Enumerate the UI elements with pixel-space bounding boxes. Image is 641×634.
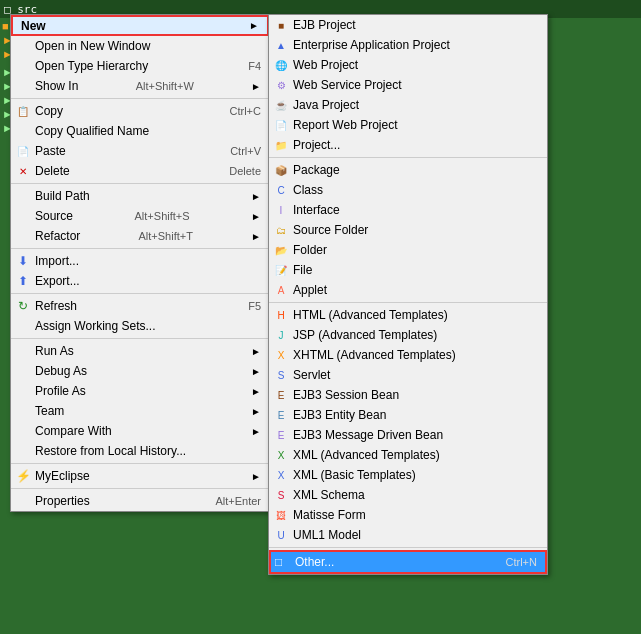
xhtml-advanced-icon: X — [273, 347, 289, 363]
xml-advanced-label: XML (Advanced Templates) — [293, 448, 440, 462]
file-label: File — [293, 263, 312, 277]
submenu-item-jsp-advanced[interactable]: J JSP (Advanced Templates) — [269, 325, 547, 345]
menu-item-build-path[interactable]: Build Path ► — [11, 186, 269, 206]
menu-item-open-type-hierarchy[interactable]: Open Type Hierarchy F4 — [11, 56, 269, 76]
submenu-item-enterprise-app[interactable]: ▲ Enterprise Application Project — [269, 35, 547, 55]
ejb3-session-label: EJB3 Session Bean — [293, 388, 399, 402]
submenu-item-ejb3-entity[interactable]: E EJB3 Entity Bean — [269, 405, 547, 425]
compare-with-label: Compare With — [35, 424, 112, 438]
submenu-item-xml-schema[interactable]: S XML Schema — [269, 485, 547, 505]
submenu-item-matisse-form[interactable]: 🖼 Matisse Form — [269, 505, 547, 525]
submenu-item-uml1-model[interactable]: U UML1 Model — [269, 525, 547, 545]
enterprise-app-icon: ▲ — [273, 37, 289, 53]
submenu-item-xhtml-advanced[interactable]: X XHTML (Advanced Templates) — [269, 345, 547, 365]
submenu-item-ejb3-session[interactable]: E EJB3 Session Bean — [269, 385, 547, 405]
submenu-item-applet[interactable]: A Applet — [269, 280, 547, 300]
submenu-item-ejb-project[interactable]: ■ EJB Project — [269, 15, 547, 35]
open-new-window-label: Open in New Window — [35, 39, 150, 53]
new-submenu: ■ EJB Project ▲ Enterprise Application P… — [268, 14, 548, 575]
java-project-icon: ☕ — [273, 97, 289, 113]
project-label: Project... — [293, 138, 340, 152]
jsp-advanced-label: JSP (Advanced Templates) — [293, 328, 437, 342]
menu-item-copy[interactable]: 📋 Copy Ctrl+C — [11, 101, 269, 121]
ejb3-message-icon: E — [273, 427, 289, 443]
other-label: Other... — [295, 555, 334, 569]
package-label: Package — [293, 163, 340, 177]
team-label: Team — [35, 404, 64, 418]
submenu-item-project[interactable]: 📁 Project... — [269, 135, 547, 155]
class-label: Class — [293, 183, 323, 197]
java-project-label: Java Project — [293, 98, 359, 112]
submenu-item-other[interactable]: □ Other... Ctrl+N — [269, 550, 547, 574]
submenu-item-ejb3-message[interactable]: E EJB3 Message Driven Bean — [269, 425, 547, 445]
menu-item-delete[interactable]: ✕ Delete Delete — [11, 161, 269, 181]
submenu-item-web-service-project[interactable]: ⚙ Web Service Project — [269, 75, 547, 95]
menu-item-import[interactable]: ⬇ Import... — [11, 251, 269, 271]
build-path-arrow: ► — [251, 191, 261, 202]
refresh-shortcut: F5 — [248, 300, 261, 312]
submenu-item-web-project[interactable]: 🌐 Web Project — [269, 55, 547, 75]
source-folder-label: Source Folder — [293, 223, 368, 237]
refactor-shortcut: Alt+Shift+T — [139, 230, 193, 242]
show-in-shortcut: Alt+Shift+W — [136, 80, 194, 92]
menu-item-team[interactable]: Team ► — [11, 401, 269, 421]
submenu-item-xml-advanced[interactable]: X XML (Advanced Templates) — [269, 445, 547, 465]
menu-item-refresh[interactable]: ↻ Refresh F5 — [11, 296, 269, 316]
show-in-label: Show In — [35, 79, 78, 93]
menu-item-compare-with[interactable]: Compare With ► — [11, 421, 269, 441]
profile-as-arrow: ► — [251, 386, 261, 397]
menu-item-assign-working-sets[interactable]: Assign Working Sets... — [11, 316, 269, 336]
team-arrow: ► — [251, 406, 261, 417]
menu-item-export[interactable]: ⬆ Export... — [11, 271, 269, 291]
file-icon: 📝 — [273, 262, 289, 278]
web-project-label: Web Project — [293, 58, 358, 72]
submenu-item-report-web-project[interactable]: 📄 Report Web Project — [269, 115, 547, 135]
submenu-item-class[interactable]: C Class — [269, 180, 547, 200]
interface-label: Interface — [293, 203, 340, 217]
submenu-item-interface[interactable]: I Interface — [269, 200, 547, 220]
menu-item-myeclipse[interactable]: ⚡ MyEclipse ► — [11, 466, 269, 486]
enterprise-app-label: Enterprise Application Project — [293, 38, 450, 52]
servlet-label: Servlet — [293, 368, 330, 382]
delete-label: Delete — [35, 164, 70, 178]
submenu-item-xml-basic[interactable]: X XML (Basic Templates) — [269, 465, 547, 485]
submenu-item-java-project[interactable]: ☕ Java Project — [269, 95, 547, 115]
menu-item-profile-as[interactable]: Profile As ► — [11, 381, 269, 401]
menu-item-run-as[interactable]: Run As ► — [11, 341, 269, 361]
refactor-arrow: ► — [251, 231, 261, 242]
assign-working-sets-label: Assign Working Sets... — [35, 319, 156, 333]
menu-item-source[interactable]: Source Alt+Shift+S ► — [11, 206, 269, 226]
refresh-icon: ↻ — [15, 298, 31, 314]
menu-item-open-new-window[interactable]: Open in New Window — [11, 36, 269, 56]
menu-item-restore-from-local-history[interactable]: Restore from Local History... — [11, 441, 269, 461]
menu-item-new[interactable]: ► New — [11, 15, 269, 36]
show-in-arrow: ► — [251, 81, 261, 92]
source-label: Source — [35, 209, 73, 223]
uml1-model-icon: U — [273, 527, 289, 543]
web-project-icon: 🌐 — [273, 57, 289, 73]
xhtml-advanced-label: XHTML (Advanced Templates) — [293, 348, 456, 362]
xml-schema-icon: S — [273, 487, 289, 503]
submenu-item-package[interactable]: 📦 Package — [269, 160, 547, 180]
submenu-sep-3 — [269, 547, 547, 548]
submenu-item-file[interactable]: 📝 File — [269, 260, 547, 280]
copy-label: Copy — [35, 104, 63, 118]
menu-item-paste[interactable]: 📄 Paste Ctrl+V — [11, 141, 269, 161]
submenu-sep-1 — [269, 157, 547, 158]
ejb-project-icon: ■ — [273, 17, 289, 33]
jsp-advanced-icon: J — [273, 327, 289, 343]
open-type-hierarchy-shortcut: F4 — [248, 60, 261, 72]
menu-item-refactor[interactable]: Refactor Alt+Shift+T ► — [11, 226, 269, 246]
submenu-item-servlet[interactable]: S Servlet — [269, 365, 547, 385]
submenu-item-folder[interactable]: 📂 Folder — [269, 240, 547, 260]
ejb3-session-icon: E — [273, 387, 289, 403]
menu-item-copy-qualified-name[interactable]: Copy Qualified Name — [11, 121, 269, 141]
menu-item-properties[interactable]: Properties Alt+Enter — [11, 491, 269, 511]
submenu-item-source-folder[interactable]: 🗂 Source Folder — [269, 220, 547, 240]
menu-item-debug-as[interactable]: Debug As ► — [11, 361, 269, 381]
menu-item-show-in[interactable]: Show In Alt+Shift+W ► — [11, 76, 269, 96]
submenu-item-html-advanced[interactable]: H HTML (Advanced Templates) — [269, 305, 547, 325]
run-as-arrow: ► — [251, 346, 261, 357]
refresh-label: Refresh — [35, 299, 77, 313]
applet-icon: A — [273, 282, 289, 298]
